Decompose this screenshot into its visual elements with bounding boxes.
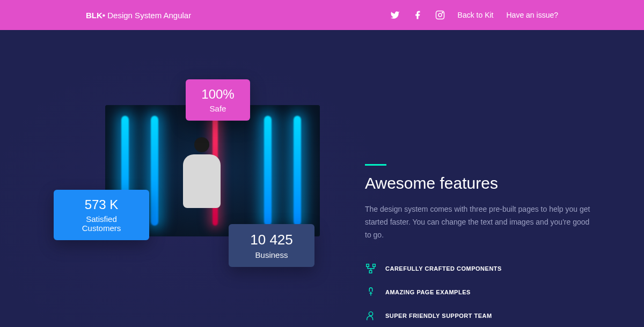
brand[interactable]: BLK• Design System Angular <box>86 11 191 20</box>
navbar: BLK• Design System Angular Back to Kit H… <box>0 0 644 30</box>
stat-label: Safe <box>199 104 237 113</box>
feature-label: AMAZING PAGE EXAMPLES <box>385 289 471 295</box>
twitter-icon[interactable] <box>390 10 400 20</box>
section-title: Awesome features <box>365 174 590 192</box>
stat-card-business: 10 425 Business <box>229 224 314 267</box>
back-to-kit-link[interactable]: Back to Kit <box>458 11 494 19</box>
left-panel: 100% Safe 573 K Satisfied Customers 10 4… <box>54 105 290 319</box>
brand-bold: BLK• <box>86 11 105 20</box>
feature-item: AMAZING PAGE EXAMPLES <box>365 286 590 298</box>
have-issue-link[interactable]: Have an issue? <box>506 11 558 19</box>
stat-value: 100% <box>199 87 237 102</box>
facebook-icon[interactable] <box>413 10 422 20</box>
tap-icon <box>365 286 377 298</box>
stat-value: 573 K <box>67 197 136 212</box>
person-silhouette <box>180 137 223 228</box>
svg-rect-4 <box>373 264 376 267</box>
stat-label: Satisfied Customers <box>67 214 136 233</box>
stat-card-safe: 100% Safe <box>186 79 250 121</box>
feature-label: CAREFULLY CRAFTED COMPONENTS <box>385 265 502 272</box>
user-icon <box>365 310 377 322</box>
stat-label: Business <box>241 250 302 259</box>
feature-item: CAREFULLY CRAFTED COMPONENTS <box>365 263 590 274</box>
brand-text: Design System Angular <box>105 11 191 20</box>
svg-rect-5 <box>369 271 372 273</box>
neon-light <box>151 116 158 226</box>
vector-icon <box>365 263 377 274</box>
neon-light <box>264 116 272 226</box>
section-description: The design system comes with three pre-b… <box>365 203 590 241</box>
neon-light <box>294 116 301 226</box>
accent-divider <box>365 164 386 166</box>
right-panel: Awesome features The design system comes… <box>365 105 590 327</box>
svg-point-6 <box>369 312 372 316</box>
feature-item: SUPER FRIENDLY SUPPORT TEAM <box>365 310 590 322</box>
main-content: 100% Safe 573 K Satisfied Customers 10 4… <box>0 30 644 327</box>
svg-point-1 <box>438 13 442 17</box>
nav-right: Back to Kit Have an issue? <box>390 10 558 20</box>
feature-label: SUPER FRIENDLY SUPPORT TEAM <box>385 313 492 319</box>
stat-value: 10 425 <box>241 232 302 248</box>
svg-point-2 <box>442 12 443 13</box>
stat-card-customers: 573 K Satisfied Customers <box>54 190 149 240</box>
instagram-icon[interactable] <box>435 10 445 20</box>
svg-rect-3 <box>367 264 369 267</box>
